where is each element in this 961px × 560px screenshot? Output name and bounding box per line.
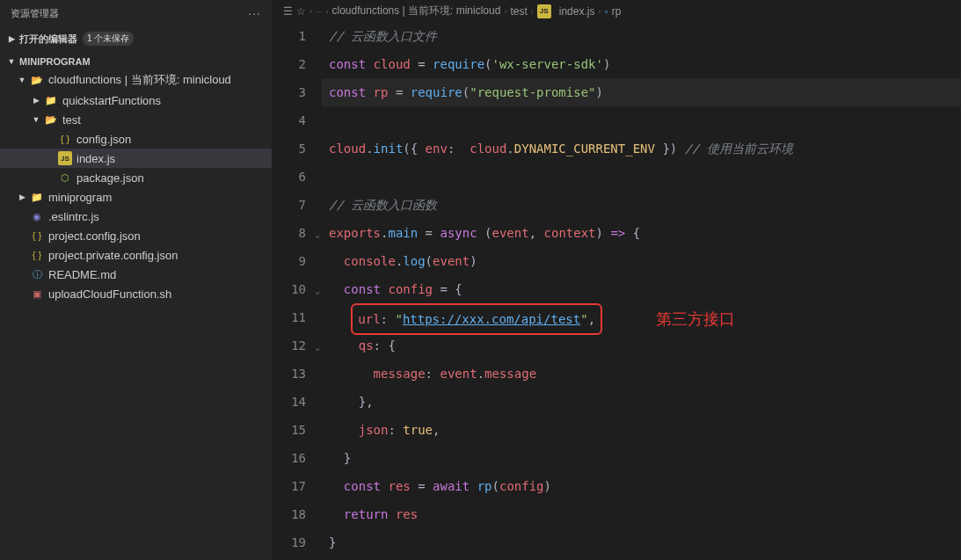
json-icon: { }	[30, 229, 44, 243]
line-number: 1	[273, 22, 306, 50]
tree-label: index.js	[76, 152, 115, 165]
json-icon: { }	[30, 248, 44, 262]
line-number: 13	[273, 360, 306, 388]
code-content[interactable]: // 云函数入口文件const cloud = require('wx-serv…	[322, 22, 961, 560]
unsaved-badge: 1 个未保存	[83, 32, 134, 46]
line-number: 18	[273, 500, 306, 528]
line-number: 5	[273, 135, 306, 163]
code-line[interactable]: },	[322, 388, 961, 416]
npm-icon: ⬡	[58, 171, 72, 185]
code-line[interactable]: cloud.init({ env: cloud.DYNAMIC_CURRENT_…	[322, 135, 961, 163]
bookmark-icon[interactable]: ☆	[296, 5, 306, 18]
line-number: 7	[273, 191, 306, 219]
chevron-down-icon: ▼	[5, 57, 18, 66]
shell-icon: ▣	[30, 287, 44, 301]
code-line[interactable]: json: true,	[322, 416, 961, 444]
symbol-icon: ▫	[604, 5, 608, 18]
chevron-down-icon: ▼	[30, 115, 42, 124]
tree-label: test	[62, 113, 81, 127]
chevron-right-icon: ▶	[5, 34, 18, 43]
folder-icon: 📁	[30, 190, 44, 204]
line-gutter: 1234567⌄89⌄1011⌄1213141516171819	[273, 22, 322, 560]
line-number: 4	[273, 106, 306, 135]
tree-label: project.private.config.json	[48, 249, 178, 262]
editor-pane: ☰ ☆ ‹ ··· › cloudfunctions | 当前环境: minic…	[273, 0, 961, 560]
breadcrumb-nav-icon[interactable]: ☰	[283, 5, 293, 18]
code-line[interactable]: const rp = require("request-promise")	[322, 78, 961, 106]
line-number: 12	[273, 331, 306, 360]
code-line[interactable]	[322, 163, 961, 191]
code-line[interactable]: const config = {	[322, 275, 961, 303]
json-icon: { }	[58, 132, 72, 146]
project-header[interactable]: ▼ MINIPROGRAM	[0, 54, 272, 69]
tree-label: uploadCloudFunction.sh	[48, 287, 171, 301]
line-number: 6	[273, 163, 306, 191]
line-number: 2	[273, 50, 306, 78]
info-icon: ⓘ	[30, 267, 44, 281]
eslint-icon: ◉	[30, 209, 44, 223]
line-number: 8	[273, 219, 306, 247]
tree-label: miniprogram	[48, 191, 112, 204]
tree-item-project-config[interactable]: { }project.config.json	[0, 226, 272, 245]
more-icon[interactable]: ···	[248, 6, 261, 20]
tree-item-miniprogram[interactable]: ▶📁miniprogram	[0, 187, 272, 207]
folder-icon: 📁	[44, 93, 58, 107]
code-line[interactable]: const cloud = require('wx-server-sdk')	[322, 50, 961, 78]
tree-label: config.json	[76, 133, 131, 146]
folder-open-icon: 📂	[30, 73, 44, 87]
tree-label: project.config.json	[48, 229, 141, 243]
line-number: 10	[273, 275, 306, 303]
tree-item-eslintrc[interactable]: ◉.eslintrc.js	[0, 207, 272, 226]
code-line[interactable]: const res = await rp(config)	[322, 472, 961, 500]
tree-item-package-json[interactable]: ⬡package.json	[0, 168, 272, 187]
js-icon: JS	[58, 151, 72, 165]
chevron-right-icon: ▶	[30, 96, 42, 105]
tree-label: quickstartFunctions	[62, 94, 161, 107]
chevron-down-icon: ▼	[16, 76, 28, 84]
code-line[interactable]: exports.main = async (event, context) =>…	[322, 219, 961, 247]
code-line[interactable]: url: "https://xxx.com/api/test",	[322, 303, 961, 331]
tree-item-index-js[interactable]: JSindex.js	[0, 149, 272, 168]
tree-item-quickstart[interactable]: ▶📁quickstartFunctions	[0, 91, 272, 110]
line-number: 14	[273, 388, 306, 416]
tree-label: README.md	[48, 268, 116, 281]
folder-open-icon: 📂	[44, 113, 58, 127]
fold-icon[interactable]: ⌄	[316, 333, 320, 361]
code-line[interactable]	[322, 106, 961, 135]
code-line[interactable]: message: event.message	[322, 360, 961, 388]
line-number: 3	[273, 78, 306, 106]
open-editors-header[interactable]: ▶ 打开的编辑器 1 个未保存	[0, 29, 272, 48]
code-line[interactable]: console.log(event)	[322, 247, 961, 275]
line-number: 19	[273, 528, 306, 556]
app-root: 资源管理器 ··· ▶ 打开的编辑器 1 个未保存 ▼ MINIPROGRAM …	[0, 0, 961, 560]
explorer-title: 资源管理器	[11, 7, 59, 20]
code-area[interactable]: 1234567⌄89⌄1011⌄1213141516171819 // 云函数入…	[273, 22, 961, 560]
code-line[interactable]: }	[322, 528, 961, 556]
breadcrumb[interactable]: ☰ ☆ ‹ ··· › cloudfunctions | 当前环境: minic…	[273, 0, 961, 22]
line-number: 15	[273, 416, 306, 444]
code-line[interactable]: // 云函数入口文件	[322, 22, 961, 50]
chevron-right-icon: ▶	[16, 193, 28, 201]
js-icon: JS	[537, 4, 551, 18]
tree-item-project-private[interactable]: { }project.private.config.json	[0, 245, 272, 265]
tree-item-upload-sh[interactable]: ▣uploadCloudFunction.sh	[0, 284, 272, 303]
tree-item-cloudfunctions[interactable]: ▼📂cloudfunctions | 当前环境: minicloud	[0, 69, 272, 91]
tree-item-readme[interactable]: ⓘREADME.md	[0, 265, 272, 284]
code-line[interactable]: qs: {	[322, 331, 961, 360]
code-line[interactable]: // 云函数入口函数	[322, 191, 961, 219]
file-tree: ▼📂cloudfunctions | 当前环境: minicloud▶📁quic…	[0, 69, 272, 303]
fold-icon[interactable]: ⌄	[316, 277, 320, 305]
fold-icon[interactable]: ⌄	[316, 221, 320, 249]
line-number: 11	[273, 303, 306, 331]
tree-label: .eslintrc.js	[48, 210, 99, 223]
code-line[interactable]: return res	[322, 500, 961, 528]
callout-annotation: 第三方接口	[656, 305, 735, 333]
sidebar-title-bar: 资源管理器 ···	[0, 0, 272, 26]
tree-item-config-json[interactable]: { }config.json	[0, 129, 272, 149]
tree-label: cloudfunctions | 当前环境: minicloud	[48, 72, 231, 88]
code-line[interactable]: }	[322, 444, 961, 472]
tree-item-test[interactable]: ▼📂test	[0, 110, 272, 129]
sidebar: 资源管理器 ··· ▶ 打开的编辑器 1 个未保存 ▼ MINIPROGRAM …	[0, 0, 273, 560]
tree-label: package.json	[76, 171, 144, 185]
line-number: 17	[273, 472, 306, 500]
